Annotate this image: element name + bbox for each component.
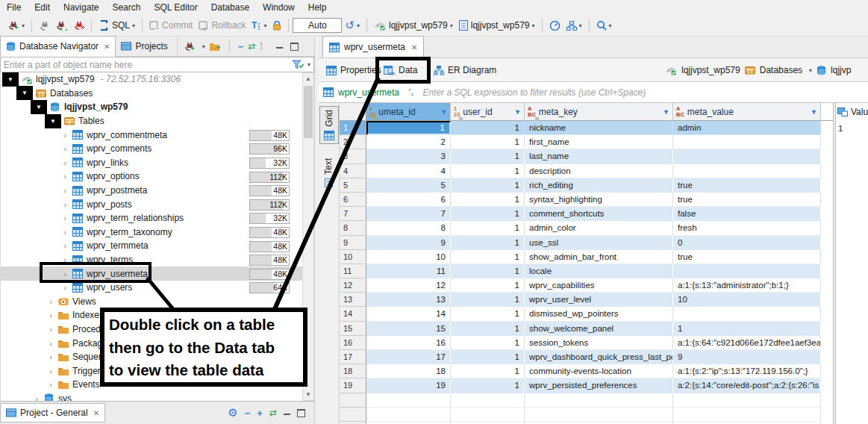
expander-icon[interactable]: › <box>59 200 71 209</box>
disconnect-all-button[interactable]: ✕ <box>71 19 87 32</box>
cell-meta_value[interactable]: admin <box>673 121 821 135</box>
empty-cell[interactable] <box>451 393 525 408</box>
row-number[interactable]: 3 <box>340 149 366 163</box>
plan-dropdown-icon[interactable]: ▾ <box>579 22 582 29</box>
tree-item-wprv_links[interactable]: ›wprv_links32K <box>1 156 303 170</box>
expander-icon[interactable]: › <box>59 144 71 153</box>
expander-icon[interactable]: › <box>45 311 57 319</box>
cell-meta_key[interactable]: last_name <box>525 149 673 163</box>
tree-item-wprv_postmeta[interactable]: ›wprv_postmeta48K <box>1 184 303 198</box>
gear-icon[interactable]: ⚙ <box>228 406 237 420</box>
commit-button[interactable]: Commit <box>147 19 195 32</box>
cell-meta_value[interactable]: a:1:{s:13:"administrator";b:1;} <box>673 278 821 293</box>
empty-cell[interactable] <box>451 408 525 422</box>
value-panel-content[interactable]: 1 <box>836 121 868 133</box>
empty-cell[interactable] <box>673 393 821 408</box>
expander-icon[interactable]: › <box>45 380 57 389</box>
cell-meta_key[interactable]: syntax_highlighting <box>525 193 673 207</box>
link-icon[interactable]: ⇄ <box>269 408 277 418</box>
history-dropdown-icon[interactable]: ▾ <box>357 22 360 29</box>
collapse-all-icon[interactable]: − <box>238 41 244 52</box>
cell-user_id[interactable]: 1 <box>451 322 525 336</box>
cell-user_id[interactable]: 1 <box>451 293 525 307</box>
menu-search[interactable]: Search <box>105 1 147 14</box>
cell-user_id[interactable]: 1 <box>451 221 525 235</box>
row-number[interactable]: 4 <box>340 164 366 178</box>
expander-icon[interactable]: › <box>59 131 71 140</box>
cell-meta_key[interactable]: wprv_capabilities <box>525 278 673 293</box>
cell-umeta_id[interactable]: 11 <box>366 264 451 278</box>
expand-panel-icon[interactable]: ⌜⌟ <box>408 88 412 96</box>
transaction-mode-button[interactable]: T▾ <box>249 19 269 32</box>
tree-item-wprv_commentmeta[interactable]: ›wprv_commentmeta48K <box>1 128 303 142</box>
sql-dropdown-icon[interactable]: ▾ <box>132 22 135 29</box>
menu-database[interactable]: Database <box>204 1 256 14</box>
cell-user_id[interactable]: 1 <box>451 135 525 149</box>
menu-sql-editor[interactable]: SQL Editor <box>147 1 204 14</box>
cell-user_id[interactable]: 1 <box>451 307 525 321</box>
expander-icon[interactable]: › <box>59 228 71 237</box>
empty-cell[interactable] <box>525 408 673 422</box>
cell-meta_value[interactable]: 1 <box>673 322 821 336</box>
row-number[interactable]: 8 <box>340 221 366 235</box>
row-number[interactable]: 1 <box>340 121 366 135</box>
row-number[interactable]: 12 <box>340 278 366 293</box>
cell-user_id[interactable]: 1 <box>451 336 525 350</box>
tab-projects[interactable]: Projects <box>116 37 177 56</box>
expander-icon[interactable]: › <box>59 186 71 195</box>
new-connection-icon[interactable]: + <box>184 41 196 52</box>
expander-icon[interactable]: › <box>59 213 71 222</box>
tab-data[interactable]: <> Data <box>381 61 868 79</box>
tab-text-view[interactable]: Text <box>319 155 337 190</box>
cell-meta_value[interactable]: a:1:{s:2:"ip";s:13:"172.119.156.0";} <box>673 364 821 378</box>
filter-placeholder[interactable]: Enter a SQL expression to filter results… <box>422 87 646 98</box>
tree-item-wprv_comments[interactable]: ›wprv_comments96K <box>1 142 303 156</box>
row-number[interactable]: 14 <box>340 307 366 321</box>
expander-boxed-icon[interactable]: ▼ <box>16 86 33 100</box>
row-number[interactable]: 17 <box>340 350 366 364</box>
expander-icon[interactable]: › <box>31 394 43 401</box>
cell-user_id[interactable]: 1 <box>451 207 525 221</box>
expander-icon[interactable]: › <box>59 283 71 292</box>
cell-user_id[interactable]: 1 <box>451 378 525 393</box>
cell-user_id[interactable]: 1 <box>451 364 525 378</box>
cell-user_id[interactable]: 1 <box>451 250 525 264</box>
expander-boxed-icon[interactable]: ▼ <box>31 100 47 114</box>
cell-meta_key[interactable]: community-events-location <box>525 364 673 378</box>
connect-button[interactable]: +▾ <box>5 19 27 32</box>
cell-meta_key[interactable]: dismissed_wp_pointers <box>525 307 673 321</box>
cell-user_id[interactable]: 1 <box>451 278 525 293</box>
new-connection-dropdown-icon[interactable]: ▾ <box>202 43 205 50</box>
row-number[interactable]: 2 <box>340 135 366 149</box>
scroll-down-icon[interactable]: ▼ <box>303 389 313 400</box>
expander-icon[interactable]: › <box>59 241 71 250</box>
cell-umeta_id[interactable]: 18 <box>366 364 451 378</box>
tree-item-databases[interactable]: ▼Databases <box>1 87 303 101</box>
cell-umeta_id[interactable]: 17 <box>366 350 451 364</box>
cell-meta_value[interactable] <box>673 307 821 321</box>
row-number[interactable]: 7 <box>340 207 366 221</box>
cell-umeta_id[interactable]: 16 <box>366 336 451 350</box>
connection-dropdown-icon[interactable]: ▾ <box>450 22 453 29</box>
cell-user_id[interactable]: 1 <box>451 149 525 163</box>
active-connection-combo[interactable]: lqjjvpst_wp579▾ <box>372 19 455 32</box>
cell-meta_key[interactable]: wprv_persisted_preferences <box>525 378 673 393</box>
cell-umeta_id[interactable]: 6 <box>366 193 451 207</box>
column-filter-dropdown-icon[interactable]: ▼ <box>440 108 447 116</box>
dashboard-button[interactable] <box>547 19 563 32</box>
column-header-user_id[interactable]: 123user_id▼ <box>451 103 525 121</box>
cell-user_id[interactable]: 1 <box>451 350 525 364</box>
maximize-icon[interactable] <box>290 43 299 51</box>
column-filter-dropdown-icon[interactable]: ▼ <box>514 108 521 116</box>
connect-dropdown-icon[interactable]: ▾ <box>22 22 25 29</box>
cell-meta_key[interactable]: comment_shortcuts <box>525 207 673 221</box>
transaction-dropdown-icon[interactable]: ▾ <box>263 22 266 29</box>
menu-window[interactable]: Window <box>256 1 302 14</box>
cell-umeta_id[interactable]: 7 <box>366 207 451 221</box>
active-database-combo[interactable]: lqjjvpst_wp579▾ <box>457 19 537 32</box>
cell-user_id[interactable]: 1 <box>451 264 525 278</box>
row-number[interactable]: 18 <box>340 364 366 378</box>
cell-user_id[interactable]: 1 <box>451 164 525 178</box>
menu-help[interactable]: Help <box>302 1 334 14</box>
tree-item-wprv_term_taxonomy[interactable]: ›wprv_term_taxonomy48K <box>1 225 303 240</box>
